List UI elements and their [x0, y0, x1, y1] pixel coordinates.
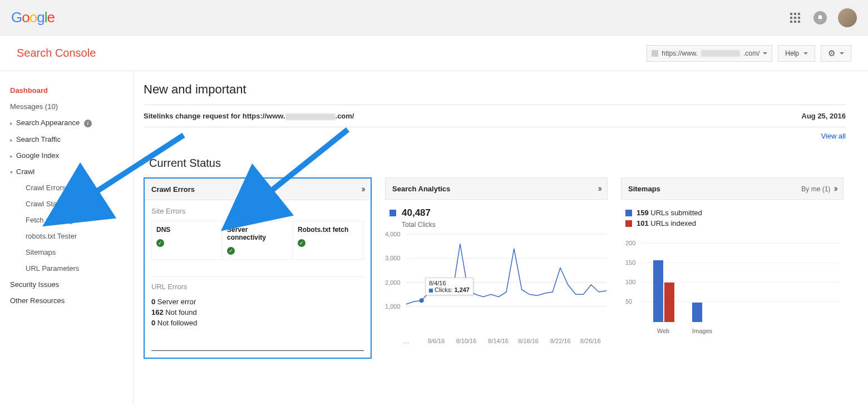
indexed-legend: 101 URLs indexed — [625, 219, 839, 227]
legend-square-icon — [625, 220, 632, 227]
not-found-row: 162 Not found — [151, 307, 364, 318]
site-selector[interactable]: https://www..com/ — [647, 45, 772, 62]
apps-icon[interactable] — [790, 13, 800, 23]
annotation-arrow-icon — [72, 132, 195, 206]
sub-header: Search Console https://www..com/ Help ⚙ — [0, 36, 868, 71]
settings-button[interactable]: ⚙ — [821, 45, 851, 62]
server-error-row: 0 Server error — [151, 296, 364, 307]
by-me-label: By me (1) — [801, 185, 830, 193]
sidebar-item-other-resources[interactable]: Other Resources — [10, 293, 122, 309]
legend-square-icon — [389, 210, 396, 216]
check-icon: ✓ — [298, 239, 305, 247]
sidebar-item-fetch-as-google[interactable]: Fetch as Google — [10, 212, 122, 228]
robots-fetch-status: Robots.txt fetch ✓ — [293, 221, 363, 259]
app-title: Search Console — [17, 47, 96, 60]
site-errors-table: DNS ✓ Server connectivity ✓ Robots.txt f… — [151, 221, 364, 260]
sidebar-item-sitemaps[interactable]: Sitemaps — [10, 244, 122, 260]
help-button[interactable]: Help — [778, 45, 815, 62]
sidebar: Dashboard Messages (10) Search Appearanc… — [0, 71, 134, 405]
clicks-line-chart: 8/4/16 Clicks: 1,247 1,0002,0003,0004,00… — [385, 234, 608, 334]
info-icon[interactable]: i — [84, 120, 92, 127]
new-important-heading: New and important — [144, 82, 846, 97]
total-clicks-value: 40,487 — [389, 207, 608, 219]
chart-tooltip: 8/4/16 Clicks: 1,247 — [425, 278, 474, 295]
google-logo[interactable]: Google — [11, 9, 55, 26]
check-icon: ✓ — [156, 239, 164, 247]
site-url-blurred — [701, 50, 740, 57]
content-area: New and important Sitelinks change reque… — [134, 71, 868, 405]
not-followed-row: 0 Not followed — [151, 318, 364, 328]
sidebar-item-security-issues[interactable]: Security Issues — [10, 276, 122, 293]
server-connectivity-status: Server connectivity ✓ — [223, 221, 293, 259]
chevron-right-icon: ›› — [598, 184, 600, 194]
sitemaps-card: Sitemaps By me (1)›› 159 URLs submitted … — [621, 177, 844, 338]
url-errors-label: URL Errors — [151, 283, 364, 291]
dns-status: DNS ✓ — [152, 221, 223, 259]
chevron-right-icon: ›› — [834, 184, 836, 193]
svg-line-5 — [89, 135, 184, 196]
legend-square-icon — [625, 210, 632, 216]
sitemaps-bar-chart: 50100150200WebImages — [625, 237, 839, 338]
sitemaps-title: Sitemaps — [628, 185, 660, 193]
check-icon: ✓ — [227, 247, 235, 255]
site-url-prefix: https://www. — [662, 49, 698, 57]
sitemaps-header[interactable]: Sitemaps By me (1)›› — [621, 177, 844, 200]
notifications-icon[interactable] — [813, 11, 827, 24]
total-clicks-label: Total Clicks — [402, 221, 608, 229]
svg-line-6 — [264, 130, 348, 196]
user-avatar[interactable] — [838, 8, 857, 27]
sidebar-item-robots-tester[interactable]: robots.txt Tester — [10, 228, 122, 244]
view-all-link[interactable]: View all — [821, 132, 846, 140]
site-errors-label: Site Errors — [151, 207, 364, 215]
message-row[interactable]: Sitelinks change request for https://www… — [144, 105, 846, 127]
message-text: Sitelinks change request for https://www… — [144, 112, 354, 120]
search-analytics-header[interactable]: Search Analytics ›› — [385, 177, 608, 200]
submitted-legend: 159 URLs submitted — [625, 209, 839, 217]
gear-icon: ⚙ — [828, 48, 835, 58]
top-bar: Google — [0, 0, 868, 36]
chevron-down-icon — [763, 52, 767, 55]
sidebar-item-search-appearance[interactable]: Search Appearance i — [10, 115, 122, 131]
sidebar-item-dashboard[interactable]: Dashboard — [10, 82, 122, 98]
search-analytics-card: Search Analytics ›› 40,487 Total Clicks … — [385, 177, 608, 334]
sidebar-item-url-parameters[interactable]: URL Parameters — [10, 260, 122, 276]
site-url-suffix: .com/ — [743, 49, 760, 57]
svg-point-4 — [420, 298, 424, 303]
chevron-down-icon — [803, 52, 808, 55]
search-analytics-title: Search Analytics — [392, 185, 450, 193]
message-date: Aug 25, 2016 — [802, 112, 846, 120]
sidebar-item-messages[interactable]: Messages (10) — [10, 98, 122, 115]
chevron-down-icon — [840, 52, 844, 55]
chevron-right-icon: ›› — [361, 184, 364, 194]
annotation-arrow-icon — [248, 127, 359, 206]
help-label: Help — [785, 49, 799, 57]
